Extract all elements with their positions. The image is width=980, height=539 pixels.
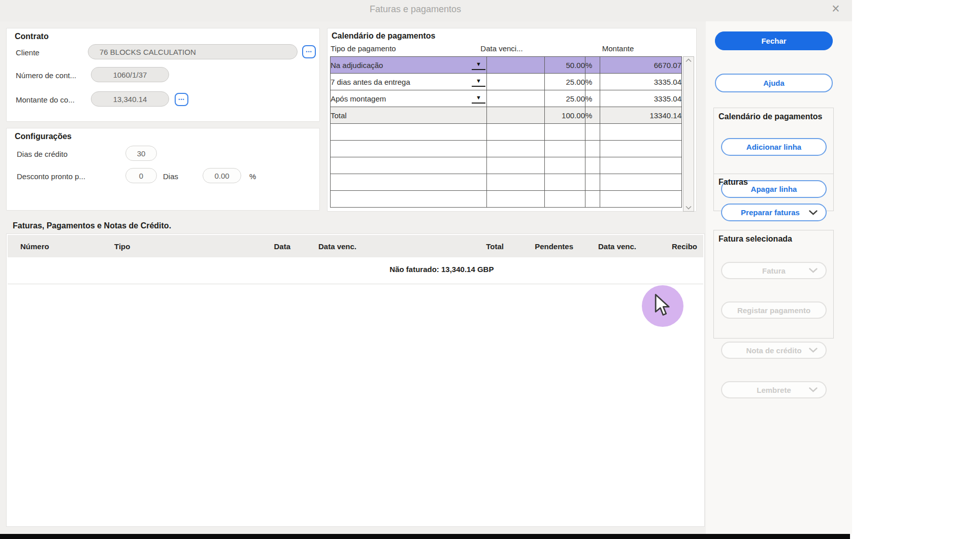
- chevron-down-icon: [809, 348, 818, 353]
- col-data-venc-2: Data venc.: [577, 242, 640, 251]
- schedule-actions-title: Calendário de pagamentos: [714, 108, 833, 121]
- help-button[interactable]: Ajuda: [715, 74, 833, 92]
- not-invoiced-value: Não faturado: 13,340.14 GBP: [389, 265, 494, 274]
- invoices-header-row: Número Tipo Data Data venc. Total Penden…: [8, 235, 703, 257]
- amount-cell[interactable]: 6670.07: [600, 57, 682, 74]
- payment-type-value: 7 dias antes da entrega: [331, 78, 410, 86]
- dropdown-arrow-icon[interactable]: ▼: [472, 59, 485, 70]
- credit-days-field[interactable]: 30: [125, 146, 157, 161]
- col-recibo: Recibo: [640, 242, 702, 251]
- schedule-row[interactable]: Após montagem ▼ 25.00 % 3335.04: [331, 90, 682, 107]
- due-date-cell[interactable]: [487, 90, 545, 107]
- pct-sign-cell: %: [585, 57, 600, 74]
- amount-cell[interactable]: 3335.04: [600, 74, 682, 90]
- due-date-cell[interactable]: [487, 74, 545, 90]
- selected-invoice-title: Fatura selecionada: [714, 230, 833, 244]
- col-data: Data: [218, 242, 295, 251]
- schedule-empty-row[interactable]: [331, 157, 682, 174]
- discount-days-field[interactable]: 0: [125, 168, 157, 183]
- chevron-down-icon: [809, 387, 818, 392]
- schedule-row[interactable]: 7 dias antes da entrega ▼ 25.00 % 3335.0…: [331, 74, 682, 90]
- contract-amount-label: Montante do co...: [16, 95, 75, 104]
- invoice-dropdown-button[interactable]: Fatura: [721, 262, 827, 279]
- invoices-actions-title: Faturas: [714, 174, 833, 187]
- close-button-label: Fechar: [761, 37, 786, 45]
- total-label-cell: Total: [331, 107, 487, 124]
- schedule-col-type-header: Tipo de pagamento: [331, 44, 396, 53]
- schedule-panel-title: Calendário de pagamentos: [332, 31, 436, 41]
- amount-cell[interactable]: 3335.04: [600, 90, 682, 107]
- cursor-highlight: [642, 285, 683, 327]
- schedule-empty-row[interactable]: [331, 191, 682, 208]
- ellipsis-icon: •••: [306, 50, 312, 54]
- total-pct-cell: 100.00: [545, 107, 585, 124]
- not-invoiced-row: Não faturado: 13,340.14 GBP: [8, 257, 703, 284]
- dropdown-arrow-icon[interactable]: ▼: [472, 92, 485, 104]
- client-value: 76 BLOCKS CALCULATION: [100, 48, 196, 56]
- discount-pct-value: 0.00: [214, 172, 229, 180]
- settings-panel-title: Configurações: [15, 132, 72, 141]
- pct-cell[interactable]: 25.00: [545, 74, 585, 90]
- register-payment-label: Registar pagamento: [737, 306, 810, 315]
- chevron-down-icon: [809, 210, 818, 215]
- pct-cell[interactable]: 50.00: [545, 57, 585, 74]
- contract-panel: Contrato Cliente 76 BLOCKS CALCULATION •…: [6, 28, 320, 122]
- total-sign-cell: %: [585, 107, 600, 124]
- client-field[interactable]: 76 BLOCKS CALCULATION: [88, 44, 298, 59]
- dialog-title: Faturas e pagamentos: [370, 4, 461, 15]
- payment-type-value: Na adjudicação: [331, 61, 383, 70]
- credit-days-value: 30: [137, 149, 146, 158]
- bottom-edge-bar: [0, 534, 850, 539]
- schedule-row-selected[interactable]: Na adjudicação ▼ 50.00 % 6670.07: [331, 57, 682, 74]
- client-label: Cliente: [16, 48, 40, 57]
- schedule-col-amount-header: Montante: [602, 44, 634, 53]
- days-unit-label: Dias: [163, 172, 178, 181]
- pct-sign-cell: %: [585, 74, 600, 90]
- dropdown-arrow-icon[interactable]: ▼: [472, 76, 485, 87]
- contract-number-field[interactable]: 1060/1/37: [91, 67, 169, 82]
- due-date-cell[interactable]: [487, 57, 545, 74]
- close-button[interactable]: Fechar: [715, 31, 833, 50]
- schedule-empty-row[interactable]: [331, 141, 682, 157]
- register-payment-button[interactable]: Registar pagamento: [721, 301, 827, 319]
- schedule-table: Na adjudicação ▼ 50.00 % 6670.07 7 dias …: [330, 56, 682, 208]
- contract-amount-field[interactable]: 13,340.14: [91, 91, 169, 107]
- settings-panel: Configurações Dias de crédito 30 Descont…: [6, 128, 320, 211]
- add-line-button[interactable]: Adicionar linha: [721, 138, 827, 156]
- contract-amount-value: 13,340.14: [113, 95, 147, 104]
- col-pendentes: Pendentes: [508, 242, 577, 251]
- schedule-scrollbar[interactable]: [683, 56, 694, 212]
- invoices-section-title: Faturas, Pagamentos e Notas de Crédito.: [13, 221, 171, 230]
- pct-unit-label: %: [249, 172, 256, 181]
- payment-type-value: Após montagem: [331, 94, 386, 103]
- contract-panel-title: Contrato: [15, 32, 49, 41]
- contract-number-value: 1060/1/37: [113, 71, 147, 79]
- reminder-dropdown-button[interactable]: Lembrete: [721, 381, 827, 398]
- schedule-actions-group: Calendário de pagamentos Adicionar linha…: [713, 108, 834, 174]
- client-lookup-button[interactable]: •••: [302, 45, 316, 58]
- pct-sign-cell: %: [585, 90, 600, 107]
- col-data-venc: Data venc.: [295, 242, 391, 251]
- help-button-label: Ajuda: [763, 79, 785, 87]
- ellipsis-icon: •••: [178, 97, 184, 102]
- credit-note-dropdown-button[interactable]: Nota de crédito: [721, 342, 827, 359]
- invoice-dropdown-label: Fatura: [762, 266, 786, 275]
- credit-days-label: Dias de crédito: [17, 150, 68, 158]
- prepare-invoices-button[interactable]: Preparar faturas: [721, 204, 827, 221]
- prepare-invoices-label: Preparar faturas: [741, 208, 800, 217]
- scroll-up-icon[interactable]: [685, 58, 692, 62]
- chevron-down-icon: [809, 268, 818, 273]
- discount-label: Desconto pronto p...: [17, 172, 85, 181]
- discount-pct-field[interactable]: 0.00: [203, 168, 241, 183]
- add-line-label: Adicionar linha: [746, 143, 801, 151]
- schedule-empty-row[interactable]: [331, 124, 682, 141]
- reminder-label: Lembrete: [757, 386, 791, 394]
- close-icon[interactable]: ×: [827, 0, 845, 17]
- discount-days-value: 0: [139, 172, 143, 180]
- col-tipo: Tipo: [102, 242, 218, 251]
- contract-amount-lookup-button[interactable]: •••: [175, 93, 188, 106]
- schedule-empty-row[interactable]: [331, 174, 682, 191]
- mouse-cursor-icon: [654, 294, 671, 317]
- scroll-down-icon[interactable]: [685, 206, 692, 210]
- pct-cell[interactable]: 25.00: [545, 90, 585, 107]
